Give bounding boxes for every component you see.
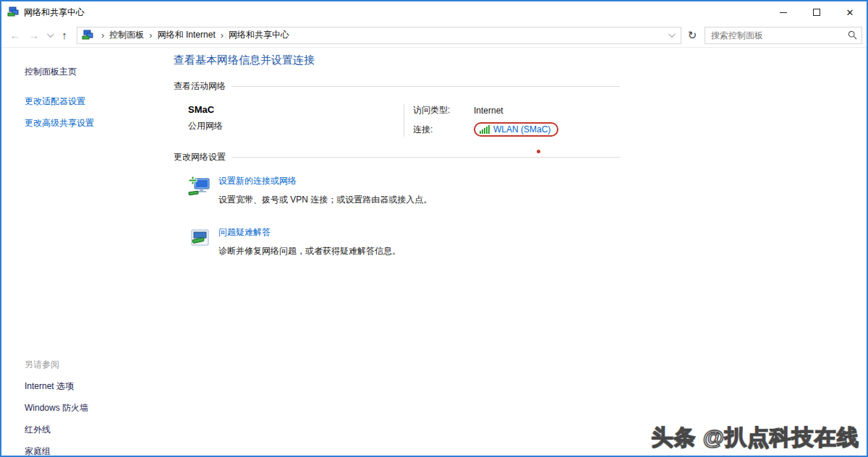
change-network-settings-label: 更改网络设置 bbox=[174, 151, 226, 163]
close-icon: ✕ bbox=[846, 8, 854, 17]
red-dot-annotation bbox=[537, 150, 540, 153]
title-bar: 网络和共享中心 ✕ bbox=[1, 1, 867, 23]
address-dropdown-button[interactable] bbox=[663, 33, 678, 38]
breadcrumb-network-internet[interactable]: 网络和 Internet bbox=[158, 29, 216, 41]
sidebar-item-control-panel-home[interactable]: 控制面板主页 bbox=[25, 66, 174, 78]
sidebar-item-homegroup[interactable]: 家庭组 bbox=[25, 445, 88, 457]
setup-new-connection-link[interactable]: 设置新的连接或网络 bbox=[218, 175, 432, 187]
task-setup-new-connection: 设置新的连接或网络 设置宽带、拨号或 VPN 连接；或设置路由器或接入点。 bbox=[188, 175, 867, 206]
window-controls: ✕ bbox=[767, 1, 867, 23]
watermark: 头条 @扒点科技在线 bbox=[651, 423, 859, 453]
new-connection-icon bbox=[188, 175, 211, 198]
task-text: 问题疑难解答 诊断并修复网络问题，或者获得疑难解答信息。 bbox=[218, 226, 401, 257]
troubleshoot-problems-desc: 诊断并修复网络问题，或者获得疑难解答信息。 bbox=[218, 245, 401, 257]
active-network-identity: SMaC 公用网络 bbox=[174, 104, 404, 137]
page-title: 查看基本网络信息并设置连接 bbox=[174, 54, 867, 67]
minimize-icon bbox=[780, 12, 787, 13]
refresh-button[interactable]: ↻ bbox=[683, 26, 702, 45]
main-pane: 查看基本网络信息并设置连接 查看活动网络 SMaC 公用网络 访问类型: Int… bbox=[174, 48, 867, 457]
breadcrumb-control-panel[interactable]: 控制面板 bbox=[109, 29, 144, 41]
address-bar[interactable]: › 控制面板 › 网络和 Internet › 网络和共享中心 bbox=[77, 27, 681, 44]
maximize-button[interactable] bbox=[800, 1, 833, 23]
address-toolbar: ← → ↑ › 控制面板 › 网络和 Internet › 网络和共享中心 ↻ bbox=[1, 23, 867, 48]
network-icon bbox=[7, 7, 19, 18]
breadcrumb-separator: › bbox=[221, 30, 224, 40]
recent-pages-dropdown[interactable] bbox=[43, 26, 55, 45]
sidebar-item-windows-firewall[interactable]: Windows 防火墙 bbox=[25, 402, 88, 414]
active-network-block: SMaC 公用网络 访问类型: Internet 连接: WLAN (SMaC) bbox=[174, 93, 620, 151]
wlan-connection-link[interactable]: WLAN (SMaC) bbox=[493, 124, 550, 134]
breadcrumb-separator: › bbox=[149, 30, 152, 40]
access-type-value: Internet bbox=[474, 106, 558, 116]
search-input[interactable] bbox=[711, 30, 848, 40]
window-title: 网络和共享中心 bbox=[24, 7, 85, 19]
up-button[interactable]: ↑ bbox=[55, 26, 74, 45]
section-divider-line bbox=[231, 157, 620, 158]
sidebar: 控制面板主页 更改适配器设置 更改高级共享设置 另请参阅 Internet 选项… bbox=[1, 48, 174, 457]
change-network-settings-section-header: 更改网络设置 bbox=[174, 151, 620, 163]
task-text: 设置新的连接或网络 设置宽带、拨号或 VPN 连接；或设置路由器或接入点。 bbox=[218, 175, 432, 206]
network-sharing-center-window: 网络和共享中心 ✕ ← → ↑ › 控制面板 › 网络和 Internet › … bbox=[0, 0, 868, 457]
network-profile: 公用网络 bbox=[188, 120, 404, 132]
active-networks-label: 查看活动网络 bbox=[174, 80, 226, 93]
network-icon bbox=[82, 30, 93, 41]
active-networks-section-header: 查看活动网络 bbox=[174, 80, 620, 93]
maximize-icon bbox=[813, 9, 820, 16]
search-icon bbox=[848, 30, 857, 40]
sidebar-item-internet-options[interactable]: Internet 选项 bbox=[25, 380, 88, 393]
see-also-header: 另请参阅 bbox=[25, 359, 88, 371]
connection-annotation-ellipse: WLAN (SMaC) bbox=[474, 122, 558, 137]
minimize-button[interactable] bbox=[767, 1, 800, 23]
forward-button[interactable]: → bbox=[25, 26, 43, 45]
active-network-details: 访问类型: Internet 连接: WLAN (SMaC) bbox=[404, 104, 558, 137]
sidebar-item-change-adapter-settings[interactable]: 更改适配器设置 bbox=[25, 95, 174, 108]
wifi-signal-icon bbox=[480, 125, 490, 134]
section-divider-line bbox=[231, 86, 620, 87]
see-also-section: 另请参阅 Internet 选项 Windows 防火墙 红外线 家庭组 bbox=[25, 359, 88, 457]
network-name: SMaC bbox=[188, 104, 404, 115]
troubleshoot-problems-link[interactable]: 问题疑难解答 bbox=[218, 226, 401, 239]
window-content: 控制面板主页 更改适配器设置 更改高级共享设置 另请参阅 Internet 选项… bbox=[1, 48, 867, 457]
breadcrumb-separator: › bbox=[101, 30, 104, 40]
connection-label: 连接: bbox=[413, 124, 474, 136]
access-type-label: 访问类型: bbox=[413, 104, 474, 116]
chevron-down-icon bbox=[46, 30, 54, 38]
task-troubleshoot-problems: 问题疑难解答 诊断并修复网络问题，或者获得疑难解答信息。 bbox=[188, 226, 867, 257]
search-box[interactable] bbox=[705, 27, 862, 44]
breadcrumb-network-sharing-center[interactable]: 网络和共享中心 bbox=[229, 29, 289, 41]
sidebar-item-infrared[interactable]: 红外线 bbox=[25, 424, 88, 436]
setup-new-connection-desc: 设置宽带、拨号或 VPN 连接；或设置路由器或接入点。 bbox=[218, 194, 432, 206]
chevron-down-icon bbox=[668, 30, 675, 38]
back-button[interactable]: ← bbox=[6, 26, 25, 45]
troubleshoot-icon bbox=[188, 226, 211, 249]
close-button[interactable]: ✕ bbox=[833, 1, 867, 23]
sidebar-item-change-advanced-sharing[interactable]: 更改高级共享设置 bbox=[25, 117, 174, 129]
